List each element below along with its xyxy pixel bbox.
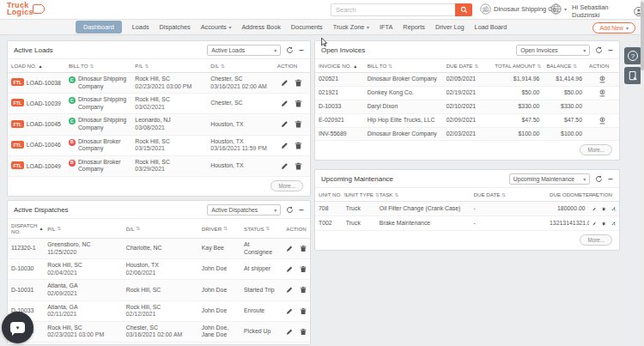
collapse-icon[interactable]: −: [299, 48, 304, 53]
col-due-date[interactable]: DUE DATE⇅: [443, 59, 492, 72]
col-dispatch-no[interactable]: DISPATCH NO.▲: [8, 219, 44, 238]
edit-icon[interactable]: [281, 79, 289, 87]
edit-icon[interactable]: [286, 265, 293, 273]
tab-dashboard[interactable]: Dashboard: [76, 21, 122, 33]
table-row: FTLLOAD-10049 BDinosaur Broker Company R…: [8, 156, 310, 177]
edit-icon[interactable]: [592, 220, 596, 228]
refresh-icon[interactable]: [595, 46, 603, 54]
tab-truck-zone[interactable]: Truck Zone ▾: [333, 23, 369, 31]
open-invoices-filter-select[interactable]: Open Invoices▾: [516, 45, 590, 56]
edit-icon[interactable]: [286, 245, 293, 252]
col-pl[interactable]: P/L⇅: [44, 222, 123, 235]
tab-loads[interactable]: Loads: [132, 23, 149, 31]
tab-address-book[interactable]: Address Book: [241, 23, 280, 31]
col-pl[interactable]: P/L⇅: [131, 59, 207, 72]
filter-value: Upcoming Maintenance: [513, 176, 574, 182]
more-button[interactable]: More...: [580, 234, 612, 246]
more-button[interactable]: More...: [270, 180, 303, 191]
scrollbar-thumb[interactable]: [641, 2, 644, 70]
invoice-number: D-10033: [315, 100, 364, 113]
col-load-no[interactable]: LOAD NO.▲: [8, 59, 65, 72]
delete-icon[interactable]: [295, 120, 302, 128]
delete-icon[interactable]: [300, 245, 307, 252]
tab-accounts[interactable]: Accounts ▾: [201, 23, 232, 31]
col-status[interactable]: STATUS⇅: [240, 222, 283, 235]
delete-icon[interactable]: [295, 79, 302, 87]
edit-icon[interactable]: [286, 286, 293, 294]
col-due-date[interactable]: DUE DATE⇅: [471, 188, 547, 201]
col-driver[interactable]: DRIVER⇅: [198, 222, 240, 235]
edit-icon[interactable]: [281, 142, 289, 149]
delete-icon[interactable]: [295, 162, 302, 170]
col-task[interactable]: TASK⇅: [376, 188, 471, 201]
edit-icon[interactable]: [281, 120, 289, 128]
company-selector[interactable]: Dinosaur Shipping Co.: [480, 3, 558, 15]
delete-icon[interactable]: [300, 265, 307, 273]
settings-menu[interactable]: ▾: [550, 3, 567, 15]
feedback-button[interactable]: [624, 67, 641, 84]
help-button[interactable]: ?: [624, 47, 641, 64]
customer-icon: C: [69, 97, 76, 104]
add-new-button[interactable]: Add New ▾: [592, 22, 635, 33]
maintenance-filter-select[interactable]: Upcoming Maintenance▾: [509, 173, 590, 185]
delete-icon[interactable]: [602, 205, 605, 213]
customer-icon: C: [69, 76, 76, 83]
col-invoice-no[interactable]: INVOICE NO.▲: [315, 59, 364, 72]
delivery-location: Charlotte, NC: [126, 245, 195, 252]
refresh-icon[interactable]: [286, 206, 294, 214]
search-button[interactable]: [455, 3, 472, 16]
pickup-date: 02/09/2021: [47, 290, 119, 298]
col-unit-no[interactable]: UNIT NO.⇅: [315, 188, 343, 201]
task: Brake Maintenance: [376, 217, 471, 230]
col-total-amount[interactable]: TOTAL AMOUNT⇅: [491, 59, 543, 72]
tab-dispatches[interactable]: Dispatches: [160, 23, 191, 31]
delete-icon[interactable]: [295, 142, 302, 149]
tab-documents[interactable]: Documents: [291, 23, 323, 31]
record-payment-icon[interactable]: [598, 76, 606, 83]
record-payment-icon[interactable]: [598, 89, 606, 97]
active-loads-panel: Active Loads Active Loads▾ − LOAD NO.▲ B…: [7, 40, 311, 197]
delete-icon[interactable]: [602, 220, 605, 228]
record-payment-icon[interactable]: [598, 117, 606, 124]
col-dl[interactable]: D/L⇅: [123, 222, 198, 235]
tab-ifta[interactable]: IFTA: [380, 23, 392, 31]
edit-icon[interactable]: [286, 328, 293, 336]
col-bill-to[interactable]: BILL TO⇅: [364, 59, 443, 72]
active-loads-filter-select[interactable]: Active Loads▾: [207, 45, 281, 56]
delete-icon[interactable]: [300, 286, 307, 294]
edit-icon[interactable]: [281, 162, 289, 170]
refresh-icon[interactable]: [286, 46, 294, 54]
col-unit-type[interactable]: UNIT TYPE⇅: [343, 188, 376, 201]
search-input[interactable]: [331, 3, 455, 16]
tab-reports[interactable]: Reports: [403, 23, 425, 31]
complete-maintenance-wrench-icon[interactable]: [611, 219, 616, 228]
company-name: Dinosaur Shipping Co.: [494, 5, 558, 13]
pickup-location: Atlanta, GA: [47, 304, 119, 312]
edit-icon[interactable]: [286, 307, 293, 315]
more-button[interactable]: More...: [580, 144, 612, 155]
trucklogics-logo[interactable]: Truck Logics: [7, 2, 33, 15]
col-balance[interactable]: BALANCE⇅: [543, 59, 586, 72]
chat-widget-button[interactable]: ▾: [2, 312, 33, 343]
edit-icon[interactable]: [592, 205, 596, 213]
delivery-date: 03/16/2021 11:59 PM: [210, 145, 270, 153]
user-menu[interactable]: Hi Sebastian Dudzinski: [572, 3, 644, 19]
collapse-icon[interactable]: −: [299, 208, 304, 213]
due-date: 02/09/2021: [443, 114, 492, 127]
edit-icon[interactable]: [281, 100, 289, 107]
dispatches-filter-select[interactable]: Active Dispatches▾: [207, 204, 281, 215]
delivery-date: 03/16/2021 02:00 AM: [126, 331, 195, 339]
complete-maintenance-wrench-icon[interactable]: [611, 204, 616, 213]
tab-load-board[interactable]: Load Board: [475, 23, 507, 31]
col-dl[interactable]: D/L⇅: [207, 59, 273, 72]
collapse-icon[interactable]: −: [608, 177, 613, 182]
col-bill-to[interactable]: BILL TO⇅: [65, 59, 131, 72]
delete-icon[interactable]: [295, 100, 302, 107]
refresh-icon[interactable]: [595, 175, 603, 183]
scrollbar-track[interactable]: [641, 0, 644, 346]
collapse-icon[interactable]: −: [608, 48, 613, 53]
col-due-odometer[interactable]: DUE ODOMETER⇅: [546, 188, 589, 201]
delete-icon[interactable]: [300, 328, 307, 336]
delete-icon[interactable]: [300, 307, 307, 315]
tab-driver-log[interactable]: Driver Log: [435, 23, 465, 31]
